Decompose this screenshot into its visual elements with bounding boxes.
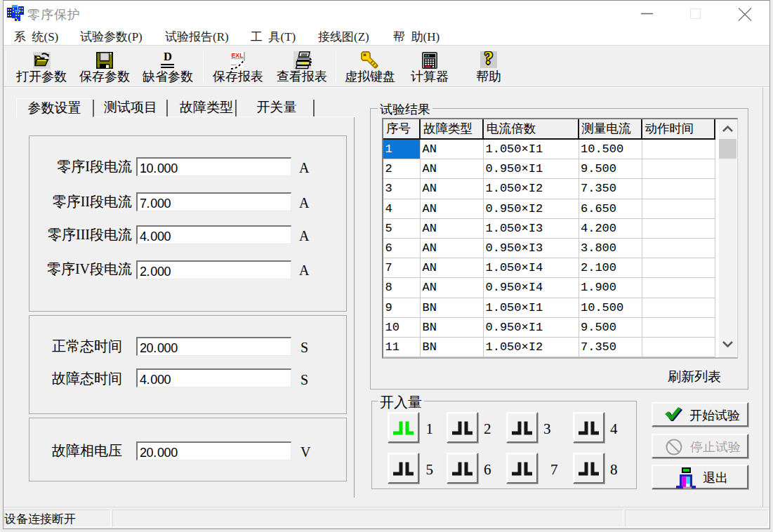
svg-text:EXL: EXL	[232, 52, 244, 59]
